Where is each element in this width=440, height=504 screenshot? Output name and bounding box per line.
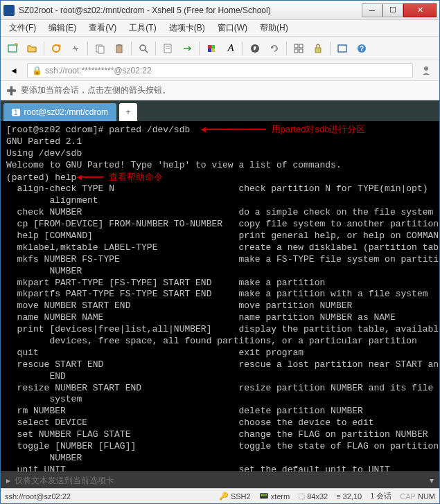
svg-rect-5 (118, 44, 121, 46)
back-button[interactable]: ◄ (5, 62, 23, 80)
status-pos: ≡ 32,10 (336, 492, 362, 501)
arrow-annotation: ◄━━━━ (76, 172, 103, 183)
menu-edit[interactable]: 编辑(E) (46, 21, 79, 35)
svg-point-1 (53, 45, 60, 52)
address-text: ssh://root:**********@sz02:22 (45, 66, 152, 75)
new-session-button[interactable] (3, 39, 21, 57)
term-line: GNU Parted 2.1 (6, 136, 82, 147)
info-text: 要添加当前会话，点击左侧的箭头按钮。 (21, 84, 170, 96)
status-size: ⬚ 84x32 (298, 492, 328, 501)
term-line: mkpart PART-TYPE [FS-TYPE] START END mak… (6, 278, 325, 288)
annotation-parted: 用parted对sdb进行分区 (272, 124, 366, 134)
copy-button[interactable] (91, 39, 109, 57)
terminal[interactable]: [root@sz02 cdrom]# parted /dev/sdb ◄━━━━… (1, 121, 439, 471)
disconnect-button[interactable] (67, 39, 85, 57)
menu-help[interactable]: 帮助(H) (257, 21, 291, 35)
close-button[interactable]: ✕ (403, 3, 437, 17)
menu-view[interactable]: 查看(V) (86, 21, 119, 35)
script-button[interactable] (246, 39, 264, 57)
term-line: mkfs NUMBER FS-TYPE make a FS-TYPE file … (6, 254, 439, 264)
svg-rect-13 (208, 48, 211, 52)
tab-label: root@sz02:/mnt/cdrom (24, 107, 109, 117)
term-line: unit UNIT set the default unit to UNIT (6, 465, 390, 471)
svg-point-24 (424, 66, 428, 71)
open-button[interactable] (23, 39, 41, 57)
add-tab-button[interactable]: + (119, 103, 137, 121)
svg-rect-0 (8, 45, 17, 52)
term-line: set NUMBER FLAG STATE change the FLAG on… (6, 429, 428, 440)
maximize-button[interactable]: ☐ (382, 3, 403, 17)
lock-button[interactable] (309, 39, 327, 57)
compose-bar: ▸ ▾ (1, 471, 439, 488)
svg-rect-16 (294, 44, 298, 48)
svg-rect-21 (338, 45, 346, 52)
menu-tools[interactable]: 工具(T) (126, 21, 159, 35)
svg-rect-14 (211, 48, 215, 52)
term-line: quit exit program (6, 348, 303, 358)
svg-point-6 (140, 45, 146, 51)
window-title: SZ02root - root@sz02:/mnt/cdrom - Xshell… (19, 6, 362, 15)
infobar: ➕ 要添加当前会话，点击左侧的箭头按钮。 (1, 81, 439, 100)
user-button[interactable] (417, 62, 435, 80)
compose-input[interactable] (15, 476, 425, 485)
term-line: mkpartfs PART-TYPE FS-TYPE START END mak… (6, 289, 428, 299)
menu-tabs[interactable]: 选项卡(B) (166, 21, 208, 35)
app-window: SZ02root - root@sz02:/mnt/cdrom - Xshell… (0, 0, 440, 504)
menubar: 文件(F) 编辑(E) 查看(V) 工具(T) 选项卡(B) 窗口(W) 帮助(… (1, 20, 439, 37)
svg-rect-19 (299, 49, 303, 53)
lock-icon: 🔒 (32, 66, 42, 75)
term-line: [root@sz02 cdrom]# parted /dev/sdb (6, 125, 190, 135)
annotation-help: 查看帮助命令 (109, 172, 163, 182)
term-line: rescue START END rescue a lost partition… (6, 359, 439, 370)
term-line: system (6, 394, 82, 404)
fullscreen-button[interactable] (333, 39, 351, 57)
compose-dropdown[interactable]: ▾ (430, 476, 434, 485)
menu-file[interactable]: 文件(F) (6, 21, 39, 35)
term-line: devices, free space, all found partition… (6, 336, 417, 346)
term-line: alignment (6, 195, 98, 206)
color-button[interactable] (202, 39, 220, 57)
arrow-annotation: ◄━━━━━━━━━━━ (201, 125, 266, 135)
status-sessions: 1 会话 (370, 491, 391, 501)
term-line: NUMBER (6, 266, 82, 276)
status-connection: ssh://root@sz02:22 (5, 492, 71, 501)
term-line: print [devices|free|list,all|NUMBER] dis… (6, 324, 439, 334)
term-line: Welcome to GNU Parted! Type 'help' to vi… (6, 160, 342, 170)
status-ssh: 🔑 SSH2 (219, 492, 251, 501)
term-line: END (6, 371, 66, 381)
svg-rect-20 (315, 48, 321, 53)
address-input[interactable]: 🔒 ssh://root:**********@sz02:22 (27, 63, 413, 78)
statusbar: ssh://root@sz02:22 🔑 SSH2 📟 xterm ⬚ 84x3… (1, 488, 439, 503)
tile-button[interactable] (290, 39, 308, 57)
toolbar: A ? (1, 37, 439, 60)
svg-rect-17 (299, 44, 303, 48)
titlebar[interactable]: SZ02root - root@sz02:/mnt/cdrom - Xshell… (1, 1, 439, 20)
font-button[interactable]: A (222, 39, 240, 57)
refresh-button[interactable] (265, 39, 283, 57)
term-line: mklabel,mktable LABEL-TYPE create a new … (6, 242, 439, 253)
term-line: check NUMBER do a simple check on the fi… (6, 207, 433, 217)
help-button[interactable]: ? (353, 39, 371, 57)
tab-number: 1 (12, 109, 20, 116)
term-line: resize NUMBER START END resize partition… (6, 383, 433, 393)
term-line: toggle [NUMBER [FLAG]] toggle the state … (6, 441, 439, 451)
find-button[interactable] (134, 39, 152, 57)
term-line: Using /dev/sdb (6, 148, 82, 159)
reconnect-button[interactable] (47, 39, 65, 57)
svg-rect-11 (208, 45, 211, 48)
properties-button[interactable] (159, 39, 177, 57)
addressbar: ◄ 🔒 ssh://root:**********@sz02:22 (1, 60, 439, 81)
svg-line-7 (145, 50, 148, 53)
minimize-button[interactable]: ─ (362, 3, 382, 17)
paste-button[interactable] (110, 39, 128, 57)
status-term: 📟 xterm (259, 492, 290, 501)
svg-text:?: ? (360, 45, 364, 53)
menu-window[interactable]: 窗口(W) (215, 21, 250, 35)
app-icon (3, 5, 15, 16)
info-icon: ➕ (6, 86, 17, 96)
term-line: help [COMMAND] print general help, or he… (6, 231, 439, 241)
svg-rect-12 (211, 45, 215, 48)
transfer-button[interactable] (178, 39, 196, 57)
session-tab[interactable]: 1 root@sz02:/mnt/cdrom (3, 103, 116, 121)
term-line: rm NUMBER delete partition NUMBER (6, 406, 363, 416)
